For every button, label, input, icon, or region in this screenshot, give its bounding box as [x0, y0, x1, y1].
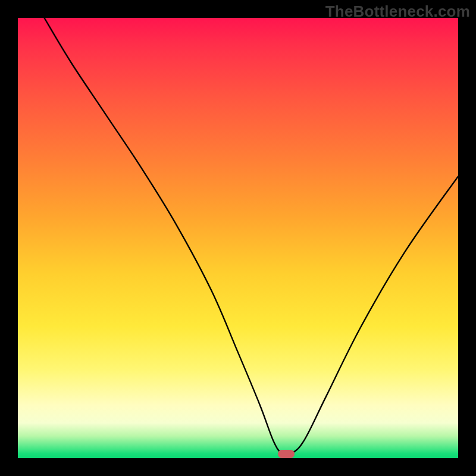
- watermark-text: TheBottleneck.com: [325, 2, 470, 21]
- bottleneck-curve: [18, 18, 458, 458]
- plot-area: [18, 18, 458, 458]
- optimum-marker: [278, 450, 295, 458]
- chart-frame: TheBottleneck.com: [0, 0, 476, 476]
